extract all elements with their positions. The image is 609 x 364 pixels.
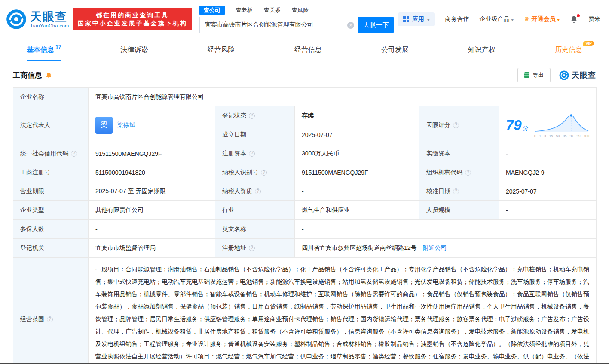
company-name-label: 企业名称 xyxy=(13,88,89,106)
insured-count-value: - xyxy=(89,220,215,239)
apps-menu[interactable]: 应用 xyxy=(398,12,435,26)
menu-business-cooperation[interactable]: 商务合作 xyxy=(445,15,469,23)
search-tab-risk[interactable]: 查风险 xyxy=(292,6,309,14)
tab-basic-info-label: 基本信息 xyxy=(27,46,54,55)
reg-number-value: 511500001941820 xyxy=(89,163,215,182)
search-input[interactable] xyxy=(200,17,358,33)
search-block: 查公司 查老板 查关系 查风险 天眼一下 xyxy=(199,6,394,33)
row-credit-code: 统一社会信用代码 91511500MAENGQJ29F 注册资本 3000万人民… xyxy=(13,144,597,163)
legal-rep-avatar[interactable]: 梁 xyxy=(95,117,113,134)
tianyancha-logo-icon xyxy=(6,9,27,30)
search-tab-company[interactable]: 查公司 xyxy=(199,6,225,15)
watermark-logo: 天眼查 xyxy=(559,70,596,80)
menu-open-vip[interactable]: 开通会员 xyxy=(524,15,560,23)
help-icon[interactable] xyxy=(255,188,261,194)
subscribe-bell-icon[interactable] xyxy=(46,72,52,79)
tab-basic-info[interactable]: 基本信息 17 xyxy=(27,39,61,61)
score-value: 79分 xyxy=(506,117,529,133)
score-label: 天眼评分 xyxy=(419,106,499,144)
vip-badge: VIP xyxy=(583,41,594,46)
tab-legal-proceedings[interactable]: 法律诉讼 xyxy=(120,39,148,61)
help-icon[interactable] xyxy=(47,316,53,322)
tab-operating-info[interactable]: 经营信息 xyxy=(294,39,322,61)
reg-status-value: 存续 xyxy=(295,106,419,125)
taxpayer-quality-label: 纳税人资质 xyxy=(215,182,295,201)
staff-size-value: - xyxy=(499,201,597,220)
score-cell: 79分 0131550859799100 xyxy=(499,106,597,144)
clear-search-icon[interactable] xyxy=(347,22,354,29)
notification-bell[interactable] xyxy=(570,15,578,24)
score-axis-ticks: 0131550859799100 xyxy=(534,134,589,138)
credit-code-value: 91511500MAENGQJ29F xyxy=(89,144,215,163)
company-name-value: 宜宾市高铁南片区合创能源管理有限公司 xyxy=(89,88,597,106)
help-icon[interactable] xyxy=(261,170,267,176)
section-title: 工商信息 xyxy=(13,70,42,80)
paid-capital-label: 实缴资本 xyxy=(419,144,499,163)
promo-banner: 都在用的商业查询工具 国家中小企业发展子基金旗下机构 xyxy=(73,8,192,30)
menu-enterprise-products-label: 企业级产品 xyxy=(479,15,509,23)
export-button[interactable]: 导出 xyxy=(517,68,551,82)
row-company-type: 企业类型 其他有限责任公司 行业 燃气生产和供应业 人员规模 - xyxy=(13,201,597,220)
tab-history-info-label: 历史信息 xyxy=(555,46,582,55)
tab-history-info[interactable]: 历史信息 VIP xyxy=(555,39,582,61)
chevron-down-icon xyxy=(427,16,430,23)
score-chart[interactable]: 0131550859799100 xyxy=(534,112,589,138)
paid-capital-value: - xyxy=(499,144,597,163)
help-icon[interactable] xyxy=(71,151,77,157)
search-button[interactable]: 天眼一下 xyxy=(358,17,394,33)
watermark-logo-icon xyxy=(559,70,569,80)
help-icon[interactable] xyxy=(465,170,471,176)
tab-operating-risk[interactable]: 经营风险 xyxy=(208,39,235,61)
row-reg-authority: 登记机关 宜宾市市场监督管理局 注册地址 四川省宜宾市叙州区赵场街道南丝绸路12… xyxy=(13,239,597,258)
business-scope-value: 一般项目：合同能源管理；润滑油销售；石油制品销售（不含危险化学品）；化工产品销售… xyxy=(89,258,597,364)
reg-capital-label: 注册资本 xyxy=(215,144,295,163)
nearby-companies-link[interactable]: 附近公司 xyxy=(422,244,447,251)
establish-date-label: 成立日期 xyxy=(215,125,295,144)
tab-intellectual-property[interactable]: 知识产权 xyxy=(468,39,496,61)
tab-company-development-label: 公司发展 xyxy=(381,46,409,55)
reg-capital-value: 3000万人民币 xyxy=(295,144,419,163)
tab-basic-info-count: 17 xyxy=(55,44,61,50)
taxpayer-quality-value: - xyxy=(295,182,419,201)
apps-label: 应用 xyxy=(412,15,424,23)
logo-title: 天眼查 xyxy=(30,10,69,23)
search-tab-relation[interactable]: 查关系 xyxy=(264,6,281,14)
org-code-label: 组织机构代码 xyxy=(419,163,499,182)
search-tabs: 查公司 查老板 查关系 查风险 xyxy=(199,6,394,15)
search-tab-boss[interactable]: 查老板 xyxy=(236,6,253,14)
legal-rep-name-link[interactable]: 梁徐斌 xyxy=(117,121,135,129)
help-icon[interactable] xyxy=(453,122,459,128)
industry-value: 燃气生产和供应业 xyxy=(295,201,419,220)
company-tabbar: 基本信息 17 法律诉讼 经营风险 经营信息 公司发展 知识产权 历史信息 VI… xyxy=(0,39,609,61)
reg-number-label: 工商注册号 xyxy=(13,163,89,182)
help-icon[interactable] xyxy=(453,188,459,194)
username: 费米 xyxy=(588,15,600,23)
logo-subtitle: TianYanCha.com xyxy=(30,23,69,28)
help-icon[interactable] xyxy=(249,151,255,157)
business-info-table: 企业名称 宜宾市高铁南片区合创能源管理有限公司 法定代表人 梁 梁徐斌 登记状态… xyxy=(13,87,597,364)
taxpayer-id-label: 纳税人识别号 xyxy=(215,163,295,182)
menu-enterprise-products[interactable]: 企业级产品 xyxy=(479,15,514,23)
user-menu[interactable]: 费米 xyxy=(588,15,600,23)
english-name-value: - xyxy=(295,220,597,239)
search-row: 天眼一下 xyxy=(199,17,394,33)
banner-line2: 国家中小企业发展子基金旗下机构 xyxy=(78,19,187,27)
row-legal-rep: 法定代表人 梁 梁徐斌 登记状态 存续 天眼评分 79分 xyxy=(13,106,597,125)
top-menu: 应用 商务合作 企业级产品 开通会员 xyxy=(398,12,603,26)
tianyancha-logo[interactable]: 天眼查 TianYanCha.com xyxy=(6,9,69,30)
section-head: 工商信息 导出 天眼查 xyxy=(13,68,596,82)
help-icon[interactable] xyxy=(249,245,255,251)
credit-code-label: 统一社会信用代码 xyxy=(13,144,89,163)
row-business-scope: 经营范围 一般项目：合同能源管理；润滑油销售；石油制品销售（不含危险化学品）；化… xyxy=(13,258,597,364)
staff-size-label: 人员规模 xyxy=(419,201,499,220)
help-icon[interactable] xyxy=(249,113,255,119)
chevron-down-icon xyxy=(557,16,560,23)
logo-text: 天眼查 TianYanCha.com xyxy=(30,10,69,28)
tab-operating-info-label: 经营信息 xyxy=(294,46,322,55)
legal-rep-cell: 梁 梁徐斌 xyxy=(89,106,215,144)
tab-intellectual-property-label: 知识产权 xyxy=(468,46,496,55)
tab-legal-proceedings-label: 法律诉讼 xyxy=(120,46,148,55)
taxpayer-id-value: 91511500MAENGQJ29F xyxy=(295,163,419,182)
tab-company-development[interactable]: 公司发展 xyxy=(381,39,409,61)
company-type-label: 企业类型 xyxy=(13,201,89,220)
